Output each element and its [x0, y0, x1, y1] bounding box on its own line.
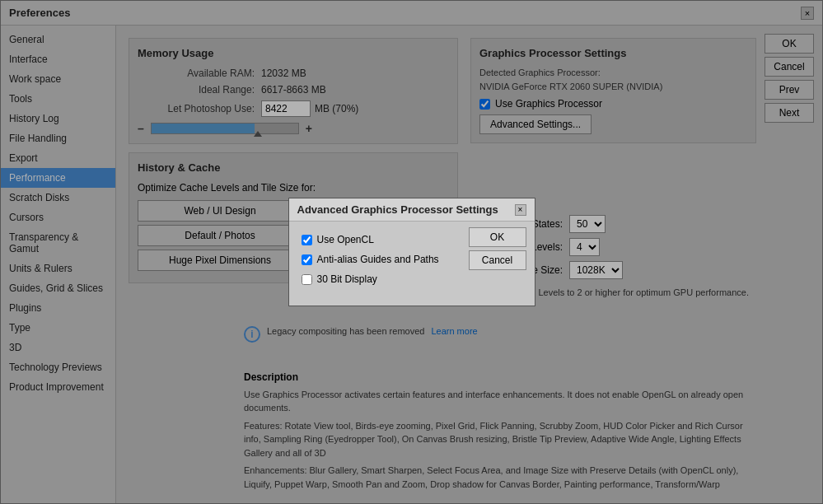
modal-ok-button[interactable]: OK [469, 227, 526, 247]
modal-overlay: Advanced Graphics Processor Settings × U… [1, 1, 822, 503]
use-opencl-checkbox[interactable] [302, 235, 312, 245]
modal-dialog: Advanced Graphics Processor Settings × U… [288, 198, 535, 306]
anti-alias-checkbox[interactable] [302, 254, 312, 265]
modal-title: Advanced Graphics Processor Settings [297, 203, 498, 216]
preferences-window: Preferences × GeneralInterfaceWork space… [0, 0, 823, 504]
modal-title-bar: Advanced Graphics Processor Settings × [289, 198, 535, 222]
bit30-label: 30 Bit Display [317, 273, 377, 285]
bit30-row: 30 Bit Display [302, 273, 522, 285]
use-opencl-label: Use OpenCL [317, 234, 374, 245]
modal-body: Use OpenCL Anti-alias Guides and Paths 3… [289, 222, 535, 306]
bit30-checkbox[interactable] [302, 274, 312, 285]
modal-cancel-button[interactable]: Cancel [469, 250, 526, 270]
modal-close-button[interactable]: × [515, 204, 526, 216]
anti-alias-label: Anti-alias Guides and Paths [317, 254, 439, 265]
modal-buttons: OK Cancel [469, 227, 526, 270]
